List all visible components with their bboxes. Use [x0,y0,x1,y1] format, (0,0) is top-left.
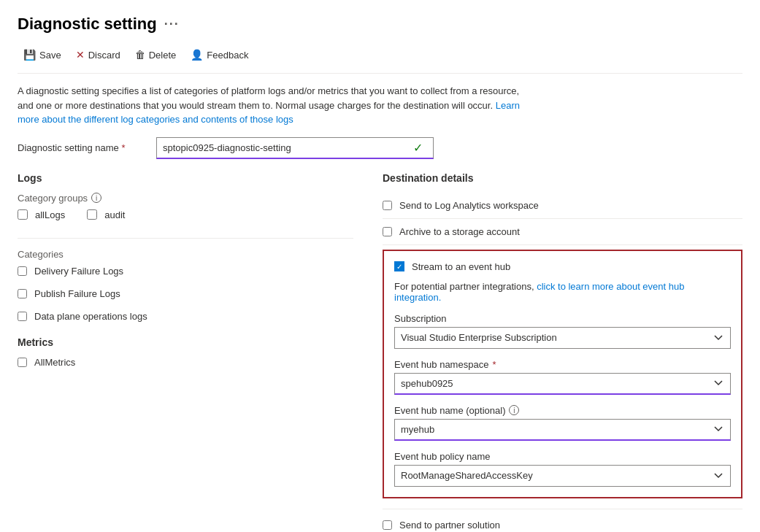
policy-dropdown[interactable]: RootManageSharedAccessKey [394,465,731,487]
log-analytics-label[interactable]: Send to Log Analytics workspace [399,200,539,211]
partner-text: For potential partner integrations, clic… [394,281,731,303]
discard-button[interactable]: ✕ Discard [70,45,126,64]
all-metrics-item: AllMetrics [18,357,353,368]
eventhub-name-dropdown[interactable]: myehub [394,419,731,441]
audit-checkbox[interactable] [87,209,97,220]
ellipsis-menu[interactable]: ··· [164,17,180,32]
storage-account-label[interactable]: Archive to a storage account [399,226,520,237]
delete-button[interactable]: 🗑 Delete [129,45,183,64]
allLogs-checkbox[interactable] [18,209,28,220]
page-title: Diagnostic setting ··· [18,15,742,34]
description: A diagnostic setting specifies a list of… [18,84,529,127]
publish-failure-logs-item: Publish Failure Logs [18,288,353,299]
namespace-dropdown[interactable]: spehub0925 [394,373,731,395]
eventhub-name-label: Event hub name (optional) i [394,405,731,416]
delivery-failure-logs-label[interactable]: Delivery Failure Logs [34,266,123,277]
main-layout: Logs Category groups i allLogs audit Ca [18,172,742,531]
logs-title: Logs [18,172,353,184]
category-groups-info-icon[interactable]: i [91,193,101,203]
save-icon: 💾 [23,49,36,61]
categories-label: Categories [18,249,353,260]
category-groups-label: Category groups i [18,193,353,204]
storage-account-checkbox[interactable] [383,227,392,236]
categories-section: Categories Delivery Failure Logs Publish… [18,249,353,322]
delivery-failure-logs-checkbox[interactable] [18,266,27,276]
toolbar: 💾 Save ✕ Discard 🗑 Delete 👤 Feedback [18,45,742,74]
delivery-failure-logs-item: Delivery Failure Logs [18,266,353,277]
subscription-label: Subscription [394,313,731,324]
feedback-icon: 👤 [191,49,203,61]
partner-solution-checkbox[interactable] [383,520,392,530]
subscription-dropdown[interactable]: Visual Studio Enterprise Subscription [394,327,731,349]
category-groups-row: allLogs audit [18,209,353,228]
left-panel: Logs Category groups i allLogs audit Ca [18,172,353,531]
log-analytics-checkbox[interactable] [383,201,392,210]
policy-field: Event hub policy name RootManageSharedAc… [394,451,731,487]
event-hub-header: Stream to an event hub [394,261,731,272]
destination-title: Destination details [383,172,742,184]
delete-icon: 🗑 [135,49,145,61]
check-icon: ✓ [413,141,423,155]
audit-checkbox-group: audit [87,209,125,220]
data-plane-ops-logs-item: Data plane operations logs [18,311,353,322]
eventhub-name-field: Event hub name (optional) i myehub [394,405,731,441]
data-plane-ops-logs-checkbox[interactable] [18,312,27,321]
namespace-field: Event hub namespace * spehub0925 [394,359,731,395]
namespace-label: Event hub namespace * [394,359,731,370]
log-analytics-item: Send to Log Analytics workspace [383,193,742,219]
event-hub-label: Stream to an event hub [412,261,510,272]
right-panel: Destination details Send to Log Analytic… [383,172,742,531]
partner-solution-item: Send to partner solution [383,509,742,531]
metrics-section: Metrics AllMetrics [18,336,353,368]
storage-account-item: Archive to a storage account [383,219,742,245]
allLogs-checkbox-group: allLogs [18,209,65,220]
publish-failure-logs-label[interactable]: Publish Failure Logs [34,288,120,299]
allLogs-label[interactable]: allLogs [35,209,65,220]
diagnostic-name-input[interactable] [156,137,434,159]
save-button[interactable]: 💾 Save [18,45,67,64]
audit-label[interactable]: audit [104,209,125,220]
policy-label: Event hub policy name [394,451,731,462]
partner-solution-label[interactable]: Send to partner solution [399,520,500,531]
discard-icon: ✕ [76,49,85,61]
data-plane-ops-logs-label[interactable]: Data plane operations logs [34,311,147,322]
logs-section: Logs Category groups i allLogs audit Ca [18,172,353,322]
subscription-field: Subscription Visual Studio Enterprise Su… [394,313,731,349]
all-metrics-checkbox[interactable] [18,358,27,367]
diagnostic-name-row: Diagnostic setting name * ✓ [18,137,742,159]
event-hub-box: Stream to an event hub For potential par… [383,250,742,498]
diagnostic-name-label: Diagnostic setting name * [18,142,149,153]
eventhub-name-info-icon[interactable]: i [509,405,519,415]
feedback-button[interactable]: 👤 Feedback [185,45,254,64]
event-hub-checkbox[interactable] [394,261,404,271]
metrics-title: Metrics [18,336,353,348]
all-metrics-label[interactable]: AllMetrics [34,357,75,368]
publish-failure-logs-checkbox[interactable] [18,289,27,298]
